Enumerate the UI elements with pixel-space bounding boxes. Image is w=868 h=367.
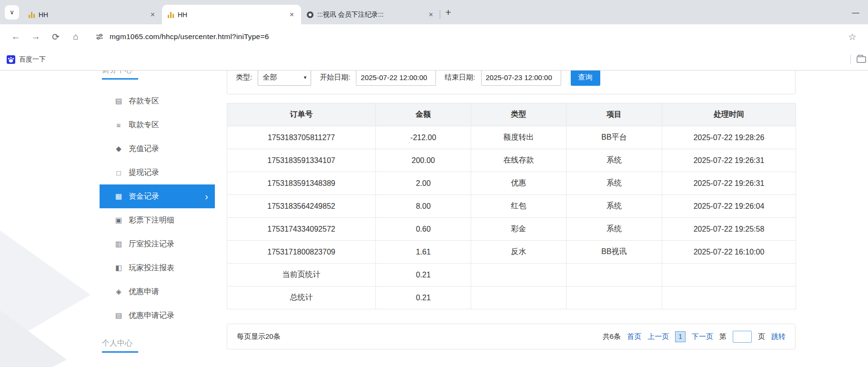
sidebar-item-label: 优惠申请记录 — [129, 311, 174, 321]
tab-title: HH — [178, 11, 284, 19]
fund-records-table: 订单号 金额 类型 项目 处理时间 1753183705811277 -212.… — [227, 103, 796, 309]
jump-prefix-text: 第 — [719, 332, 727, 341]
cell-amount: 200.00 — [376, 149, 471, 172]
cell-type: 额度转出 — [471, 126, 566, 149]
other-bookmarks-folder-icon[interactable] — [857, 56, 866, 63]
baidu-favicon-icon — [7, 55, 15, 64]
tab-search-button[interactable]: ∨ — [5, 5, 19, 20]
sidebar: 财务中心 ▤ 存款专区 ≡ 取款专区 ◆ 充值记录 □ 提现记录 ▦ 资金记录 — [100, 71, 215, 353]
page-number-input[interactable] — [733, 331, 752, 343]
chevron-down-icon: ▾ — [304, 74, 307, 81]
list-icon: ▥ — [114, 240, 123, 248]
tab-title: :::视讯 会员下注纪录::: — [317, 10, 424, 19]
sidebar-item-withdrawal-records[interactable]: □ 提现记录 — [100, 161, 215, 184]
table-header-row: 订单号 金额 类型 项目 处理时间 — [227, 103, 796, 126]
cell-order-no: 1753183564249852 — [227, 195, 376, 218]
bookmark-star-icon[interactable]: ☆ — [844, 29, 860, 45]
col-header-order-no: 订单号 — [227, 103, 376, 126]
prev-page-link[interactable]: 上一页 — [647, 332, 669, 341]
gift-icon: ◈ — [114, 287, 123, 296]
cell-time: 2025-07-22 19:26:31 — [662, 172, 796, 195]
cell-amount: -212.00 — [376, 126, 471, 149]
cell-order-no: 1753183705811277 — [227, 126, 376, 149]
address-bar: ← → ⟳ ⌂ mgm1065.com/hhcp/usercenter.html… — [0, 24, 868, 49]
document-icon: ▣ — [114, 216, 123, 224]
cell-type: 彩金 — [471, 218, 566, 241]
close-tab-icon[interactable]: × — [288, 10, 295, 19]
start-date-input[interactable] — [356, 71, 436, 86]
jump-suffix-text: 页 — [758, 332, 765, 341]
sidebar-item-promo-apply[interactable]: ◈ 优惠申请 — [100, 280, 215, 304]
site-info-icon[interactable] — [92, 30, 107, 44]
browser-window: ∨ HH × HH × :::视讯 会员下注纪录::: × + — ← → ⟳ … — [0, 0, 868, 71]
cell-type: 反水 — [471, 241, 566, 264]
sidebar-item-fund-records[interactable]: ▦ 资金记录 › — [100, 184, 215, 208]
col-header-project: 项目 — [566, 103, 662, 126]
sidebar-item-deposit-zone[interactable]: ▤ 存款专区 — [100, 89, 215, 113]
section-underline — [102, 78, 138, 80]
sidebar-item-lottery-bet-details[interactable]: ▣ 彩票下注明细 — [100, 208, 215, 232]
tab-video-records[interactable]: :::视讯 会员下注纪录::: × — [301, 5, 440, 24]
type-select[interactable]: 全部 ▾ — [258, 71, 311, 86]
url-text[interactable]: mgm1065.com/hhcp/usercenter.html?iniType… — [110, 32, 844, 41]
hh-favicon-icon — [29, 11, 35, 18]
forward-button[interactable]: → — [28, 29, 44, 45]
cell-amount: 0.60 — [376, 218, 471, 241]
cell-project: 系统 — [566, 149, 662, 172]
col-header-type: 类型 — [471, 103, 566, 126]
cell-time: 2025-07-22 19:25:58 — [662, 218, 796, 241]
table-row: 1753183591348389 2.00 优惠 系统 2025-07-22 1… — [227, 172, 796, 195]
sidebar-item-label: 资金记录 — [129, 192, 159, 202]
reload-button[interactable]: ⟳ — [48, 29, 64, 45]
report-icon: ◧ — [114, 264, 123, 272]
cell-project: 系统 — [566, 172, 662, 195]
hh-favicon-icon — [168, 11, 174, 18]
cell-amount: 8.00 — [376, 195, 471, 218]
cell-amount: 0.21 — [376, 264, 471, 286]
cell-project: 系统 — [566, 195, 662, 218]
records-icon: ▤ — [114, 311, 123, 320]
tab-hh-2-active[interactable]: HH × — [162, 5, 301, 24]
recharge-icon: ◆ — [114, 144, 123, 153]
section-underline — [102, 351, 138, 353]
cell-order-no: 1753183591348389 — [227, 172, 376, 195]
sidebar-item-label: 提现记录 — [129, 168, 159, 178]
cell-order-no: 1753174334092572 — [227, 218, 376, 241]
pagination-bar: 每页显示20条 共6条 首页 上一页 1 下一页 第 页 跳转 — [227, 324, 796, 349]
sidebar-item-recharge-records[interactable]: ◆ 充值记录 — [100, 137, 215, 161]
next-page-link[interactable]: 下一页 — [692, 332, 713, 341]
end-date-input[interactable] — [481, 71, 561, 86]
sidebar-item-label: 存款专区 — [129, 96, 159, 106]
home-button[interactable]: ⌂ — [68, 29, 84, 45]
minimize-button[interactable]: — — [843, 0, 868, 24]
search-button[interactable]: 查询 — [571, 71, 600, 86]
close-tab-icon[interactable]: × — [149, 10, 156, 19]
jump-link[interactable]: 跳转 — [771, 332, 786, 341]
sidebar-section-personal: 个人中心 — [100, 334, 215, 348]
close-tab-icon[interactable]: × — [427, 10, 434, 19]
cell-amount: 0.21 — [376, 286, 471, 309]
table-row: 1753183564249852 8.00 红包 系统 2025-07-22 1… — [227, 195, 796, 218]
bookmark-baidu[interactable]: 百度一下 — [19, 55, 46, 64]
tab-hh-1[interactable]: HH × — [23, 5, 162, 24]
new-tab-button[interactable]: + — [440, 4, 456, 20]
bookmarks-bar: 百度一下 — [0, 49, 868, 71]
sidebar-item-label: 充值记录 — [129, 144, 159, 154]
withdraw-icon: ≡ — [114, 121, 123, 129]
first-page-link[interactable]: 首页 — [627, 332, 641, 341]
table-row: 1753171800823709 1.61 反水 BB视讯 2025-07-22… — [227, 241, 796, 264]
cell-time: 2025-07-22 19:28:26 — [662, 126, 796, 149]
sidebar-item-room-bet-records[interactable]: ▥ 厅室投注记录 — [100, 232, 215, 256]
cell-type: 优惠 — [471, 172, 566, 195]
wallet-icon: □ — [114, 169, 123, 177]
current-page-badge[interactable]: 1 — [675, 331, 686, 342]
back-button[interactable]: ← — [8, 29, 24, 45]
table-row: 1753174334092572 0.60 彩金 系统 2025-07-22 1… — [227, 218, 796, 241]
sidebar-item-label: 彩票下注明细 — [129, 215, 174, 225]
cell-type: 在线存款 — [471, 149, 566, 172]
sidebar-item-withdraw-zone[interactable]: ≡ 取款专区 — [100, 113, 215, 137]
sidebar-item-player-bet-report[interactable]: ◧ 玩家投注报表 — [100, 256, 215, 280]
sidebar-item-promo-apply-records[interactable]: ▤ 优惠申请记录 — [100, 304, 215, 327]
table-row-grand-total: 总统计 0.21 — [227, 286, 796, 309]
total-count-text: 共6条 — [603, 332, 621, 341]
